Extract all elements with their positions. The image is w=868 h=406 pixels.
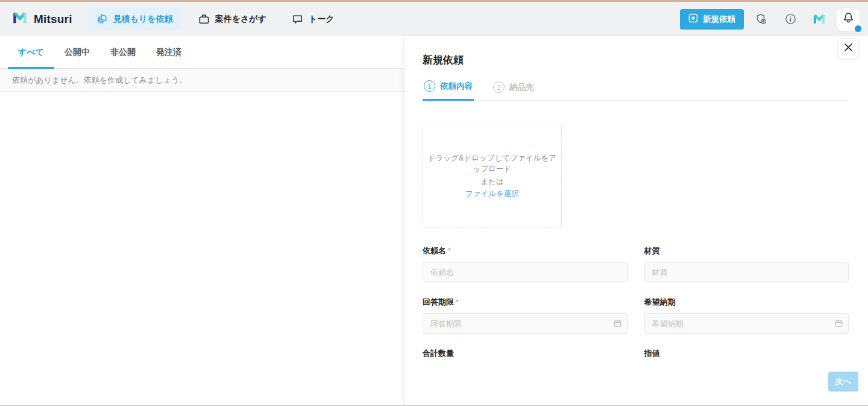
tab-public[interactable]: 公開中 <box>54 36 100 68</box>
material-input[interactable] <box>644 262 849 282</box>
briefcase-icon <box>198 13 210 25</box>
dropzone-hint: ドラッグ&ドロップしてファイルをアップロード <box>423 153 561 174</box>
layers-icon <box>96 13 108 25</box>
request-name-input[interactable] <box>423 262 627 282</box>
notifications-button[interactable] <box>837 8 860 31</box>
field-label: 合計数量 <box>423 348 627 359</box>
nav-item-label: トーク <box>309 14 335 25</box>
new-request-label: 新規依頼 <box>703 14 735 25</box>
field-total-quantity: 合計数量 <box>423 348 627 363</box>
tab-all[interactable]: すべて <box>8 36 54 68</box>
brand-name: Mitsuri <box>34 13 72 26</box>
field-label: 希望納期 <box>644 297 849 308</box>
mitsuri-m-logo-icon <box>12 10 28 28</box>
field-material: 材質 <box>644 246 849 282</box>
close-icon <box>844 43 853 54</box>
required-mark: * <box>448 246 451 255</box>
empty-state-message: 依頼がありません。依頼を作成してみましょう。 <box>0 69 404 92</box>
chat-bubble-icon <box>292 13 303 25</box>
calendar-icon <box>614 320 621 328</box>
step-delivery-destination[interactable]: 2 納品先 <box>492 81 535 100</box>
drawer-header: 新規依頼 1 依頼内容 2 納品先 <box>404 36 868 101</box>
info-icon[interactable] <box>779 8 802 31</box>
mitsuri-avatar[interactable] <box>808 8 831 31</box>
drawer-title: 新規依頼 <box>423 53 849 67</box>
top-navbar: Mitsuri 見積もりを依頼 案件をさがす <box>0 2 868 36</box>
file-select-link[interactable]: ファイルを選択 <box>465 189 519 199</box>
next-button[interactable]: 次へ <box>828 372 858 392</box>
request-form: 依頼名* 材質 回答期限* <box>423 246 849 363</box>
nav-item-label: 案件をさがす <box>215 14 266 25</box>
nav-item-label: 見積もりを依頼 <box>113 14 173 25</box>
request-list-tabs: すべて 公開中 非公開 発注済 <box>0 36 404 69</box>
plus-square-icon <box>688 13 698 25</box>
shield-badge-icon[interactable] <box>750 8 773 31</box>
navbar-right-group: 新規依頼 <box>680 8 860 31</box>
field-label: 回答期限* <box>423 297 627 308</box>
required-mark: * <box>456 297 459 306</box>
step-number: 2 <box>493 81 505 93</box>
dropzone-or: または <box>477 176 507 187</box>
drawer-steps: 1 依頼内容 2 納品先 <box>423 80 849 101</box>
field-label: 材質 <box>644 246 849 256</box>
tab-ordered[interactable]: 発注済 <box>146 36 192 68</box>
desired-delivery-input[interactable] <box>644 313 849 334</box>
field-request-name: 依頼名* <box>423 246 627 282</box>
answer-deadline-input[interactable] <box>423 313 627 334</box>
field-label: 指値 <box>644 348 849 359</box>
request-list-panel: すべて 公開中 非公開 発注済 依頼がありません。依頼を作成してみましょう。 <box>0 36 404 405</box>
field-answer-deadline: 回答期限* <box>423 297 627 334</box>
new-request-drawer: 新規依頼 1 依頼内容 2 納品先 <box>404 36 868 405</box>
nav-item-find-projects[interactable]: 案件をさがす <box>190 8 275 30</box>
app-window: Mitsuri 見積もりを依頼 案件をさがす <box>0 0 868 406</box>
tab-private[interactable]: 非公開 <box>100 36 146 68</box>
calendar-icon <box>835 320 843 328</box>
bell-icon <box>842 11 855 27</box>
step-label: 依頼内容 <box>440 81 473 92</box>
field-desired-delivery: 希望納期 <box>644 297 849 334</box>
main-area: すべて 公開中 非公開 発注済 依頼がありません。依頼を作成してみましょう。 新… <box>0 36 868 405</box>
field-limit-price: 指値 <box>644 348 849 363</box>
file-dropzone[interactable]: ドラッグ&ドロップしてファイルをアップロード または ファイルを選択 <box>423 124 562 227</box>
brand-logo[interactable]: Mitsuri <box>12 10 72 28</box>
new-request-button[interactable]: 新規依頼 <box>680 9 744 30</box>
step-label: 納品先 <box>509 82 534 93</box>
close-button[interactable] <box>838 38 858 59</box>
step-request-details[interactable]: 1 依頼内容 <box>423 80 474 101</box>
step-number: 1 <box>424 80 435 92</box>
nav-item-talk[interactable]: トーク <box>283 8 343 30</box>
nav-item-request-quote[interactable]: 見積もりを依頼 <box>88 8 181 30</box>
drawer-footer: 次へ <box>404 363 868 405</box>
notification-dot <box>855 25 861 32</box>
field-label: 依頼名* <box>423 246 627 256</box>
drawer-body: ドラッグ&ドロップしてファイルをアップロード または ファイルを選択 依頼名* … <box>404 101 868 363</box>
